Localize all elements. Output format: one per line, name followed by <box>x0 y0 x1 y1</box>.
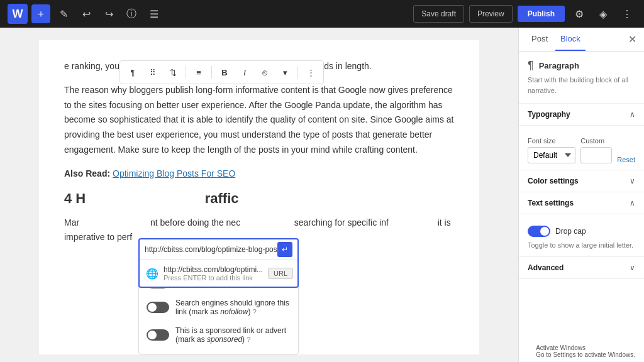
color-settings-section[interactable]: Color settings ∨ <box>519 170 644 192</box>
redo-button[interactable]: ↪ <box>99 4 118 23</box>
save-draft-button[interactable]: Save draft <box>413 5 464 23</box>
nofollow-help[interactable]: ? <box>253 308 257 315</box>
drop-cap-label: Drop cap <box>555 227 635 236</box>
link-suggestion-row[interactable]: 🌐 http://cbitss.com/blog/optimi... Press… <box>140 260 297 287</box>
link-info: http://cbitss.com/blog/optimi... Press E… <box>164 265 263 282</box>
tools-button[interactable]: ✎ <box>54 4 73 23</box>
paragraph-format-button[interactable]: ¶ <box>124 63 142 81</box>
font-size-label: Font size <box>528 137 575 145</box>
bold-button[interactable]: B <box>216 63 233 81</box>
align-left-button[interactable]: ≡ <box>190 63 208 81</box>
also-read-label: Also Read: <box>64 168 110 178</box>
drop-cap-description: Toggle to show a large initial letter. <box>528 241 635 250</box>
windows-settings-line: Go to Settings to activate Windows. <box>536 351 635 358</box>
link-input-row: ↵ <box>140 239 297 260</box>
heading-row: 4 H raffic <box>64 190 454 207</box>
paragraph-block-section: ¶ Paragraph Start with the building bloc… <box>519 52 644 104</box>
toolbar-left: W ＋ ✎ ↩ ↪ ⓘ ☰ <box>8 4 164 24</box>
right-panel: Post Block ✕ ¶ Paragraph Start with the … <box>518 28 644 362</box>
settings-button[interactable]: ⚙ <box>570 4 589 23</box>
sponsored-toggle[interactable] <box>147 329 169 341</box>
custom-font-size-input[interactable] <box>580 147 612 163</box>
link-suggestion-url: http://cbitss.com/blog/optimi... <box>164 265 263 274</box>
yoast-button[interactable]: ◈ <box>594 4 613 23</box>
publish-button[interactable]: Publish <box>518 6 565 22</box>
paragraph-title: Paragraph <box>539 61 579 70</box>
typography-section-header[interactable]: Typography ∧ <box>519 104 644 126</box>
info-button[interactable]: ⓘ <box>122 4 141 23</box>
drop-cap-row: Drop cap <box>528 226 635 237</box>
typography-content: Font size Default Small Medium Large Cus… <box>519 126 644 170</box>
font-size-row: Font size Default Small Medium Large Cus… <box>528 137 635 163</box>
list-view-button[interactable]: ☰ <box>145 4 164 23</box>
custom-label: Custom <box>580 137 612 145</box>
sponsored-help[interactable]: ? <box>247 336 250 343</box>
format-dropdown-button[interactable]: ▾ <box>276 63 294 81</box>
url-badge[interactable]: URL <box>268 268 293 279</box>
nofollow-code: nofollow <box>220 307 248 316</box>
also-read-link[interactable]: Optimizing Blog Posts For SEO <box>113 168 235 178</box>
more-options-button[interactable]: ⋮ <box>618 4 636 23</box>
link-url-input[interactable] <box>145 245 277 254</box>
sponsored-code: sponsored <box>207 335 242 344</box>
paragraph-2: The reason why bloggers publish long-for… <box>64 83 454 158</box>
typography-chevron-icon: ∧ <box>630 110 635 119</box>
nofollow-item: Search engines should ignore this link (… <box>139 293 298 321</box>
separator-3 <box>297 66 298 79</box>
link-popup: ↵ 🌐 http://cbitss.com/blog/optimi... Pre… <box>138 238 299 288</box>
advanced-label: Advanced <box>528 263 564 272</box>
color-settings-chevron-icon: ∨ <box>630 177 635 185</box>
advanced-chevron-icon: ∨ <box>630 263 635 272</box>
typography-label: Typography <box>528 110 570 119</box>
nofollow-label: Search engines should ignore this link (… <box>175 299 291 316</box>
drop-cap-toggle[interactable] <box>528 226 550 237</box>
font-size-select[interactable]: Default Small Medium Large <box>528 147 575 163</box>
preview-button[interactable]: Preview <box>469 5 513 23</box>
drag-handle-button[interactable]: ⠿ <box>144 63 162 81</box>
sponsored-item: This is a sponsored link or advert (mark… <box>139 321 298 349</box>
heading-text: 4 H raffic <box>64 190 239 207</box>
format-toolbar: ¶ ⠿ ⇅ ≡ B I ⎋ ▾ ⋮ <box>119 60 324 84</box>
panel-close-button[interactable]: ✕ <box>628 33 636 45</box>
add-block-button[interactable]: ＋ <box>31 4 50 23</box>
separator-2 <box>211 66 212 79</box>
reset-font-button[interactable]: Reset <box>617 156 635 163</box>
font-size-select-wrap: Font size Default Small Medium Large <box>528 137 575 163</box>
paragraph-icon: ¶ <box>528 59 534 72</box>
also-read-line: Also Read: Optimizing Blog Posts For SEO <box>64 167 454 182</box>
editor-area: ¶ ⠿ ⇅ ≡ B I ⎋ ▾ ⋮ e ranking, you will wi… <box>0 28 518 362</box>
italic-button[interactable]: I <box>236 63 253 81</box>
windows-activation-notice: Activate Windows Go to Settings to activ… <box>527 341 644 362</box>
color-settings-label: Color settings <box>528 177 579 185</box>
block-tab[interactable]: Block <box>555 28 586 51</box>
link-button[interactable]: ⎋ <box>256 63 274 81</box>
separator-1 <box>186 66 186 79</box>
post-tab[interactable]: Post <box>526 28 553 51</box>
text-settings-header[interactable]: Text settings ∧ <box>519 192 644 214</box>
toolbar-right: Save draft Preview Publish ⚙ ◈ ⋮ <box>413 4 636 23</box>
sponsored-label: This is a sponsored link or advert (mark… <box>175 326 291 344</box>
undo-button[interactable]: ↩ <box>77 4 96 23</box>
windows-activate-line: Activate Windows <box>536 344 635 351</box>
paragraph-desc: Start with the building block of all nar… <box>528 75 635 96</box>
more-rich-text-button[interactable]: ⋮ <box>302 63 319 81</box>
paragraph-header: ¶ Paragraph <box>528 59 635 72</box>
link-suggestion-hint: Press ENTER to add this link <box>164 274 263 282</box>
text-settings-label: Text settings <box>528 199 574 207</box>
advanced-section[interactable]: Advanced ∨ <box>519 257 644 279</box>
wp-logo: W <box>8 4 28 24</box>
panel-tabs: Post Block ✕ <box>519 28 644 52</box>
globe-icon: 🌐 <box>146 268 158 280</box>
link-submit-button[interactable]: ↵ <box>277 242 292 257</box>
text-settings-chevron-icon: ∧ <box>630 199 635 207</box>
top-bar: W ＋ ✎ ↩ ↪ ⓘ ☰ Save draft Preview Publish… <box>0 0 644 28</box>
move-up-down-button[interactable]: ⇅ <box>164 63 182 81</box>
text-settings-content: Drop cap Toggle to show a large initial … <box>519 214 644 257</box>
custom-font-size-wrap: Custom <box>580 137 612 163</box>
main-layout: ¶ ⠿ ⇅ ≡ B I ⎋ ▾ ⋮ e ranking, you will wi… <box>0 28 644 362</box>
nofollow-toggle[interactable] <box>147 302 169 313</box>
